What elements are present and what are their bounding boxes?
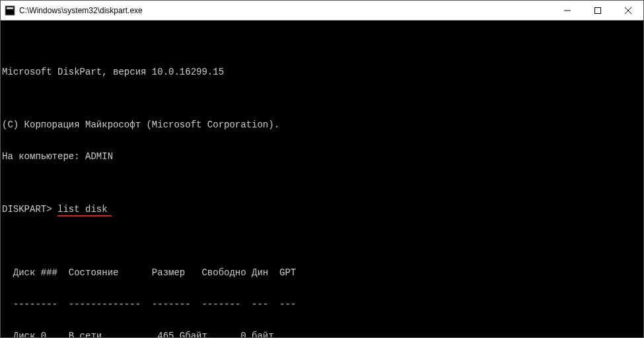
minimize-button[interactable] bbox=[552, 1, 583, 20]
window-title: C:\Windows\system32\diskpart.exe bbox=[19, 6, 143, 15]
blank-line bbox=[2, 236, 642, 246]
prompt-line: DISKPART> list disk bbox=[2, 204, 642, 215]
terminal-output[interactable]: Microsoft DiskPart, версия 10.0.16299.15… bbox=[1, 20, 643, 337]
terminal-line: (C) Корпорация Майкрософт (Microsoft Cor… bbox=[2, 119, 642, 130]
table-header: Диск ### Состояние Размер Свободно Дин G… bbox=[2, 267, 642, 278]
close-button[interactable] bbox=[613, 1, 643, 20]
prompt: DISKPART> bbox=[2, 204, 57, 215]
table-divider: -------- ------------- ------- ------- -… bbox=[2, 299, 642, 310]
table-row: Диск 0 В сети 465 Gбайт 0 байт bbox=[2, 331, 642, 337]
svg-rect-3 bbox=[595, 7, 601, 13]
diskpart-window: C:\Windows\system32\diskpart.exe Microso… bbox=[0, 0, 644, 338]
app-icon bbox=[5, 5, 15, 16]
terminal-line: Microsoft DiskPart, версия 10.0.16299.15 bbox=[2, 67, 642, 77]
maximize-button[interactable] bbox=[583, 1, 613, 20]
command: list disk bbox=[57, 204, 108, 215]
svg-rect-1 bbox=[7, 7, 13, 9]
titlebar[interactable]: C:\Windows\system32\diskpart.exe bbox=[1, 1, 643, 20]
annotation-underline bbox=[57, 215, 112, 217]
terminal-line: На компьютере: ADMIN bbox=[2, 151, 642, 162]
window-controls bbox=[552, 1, 643, 20]
